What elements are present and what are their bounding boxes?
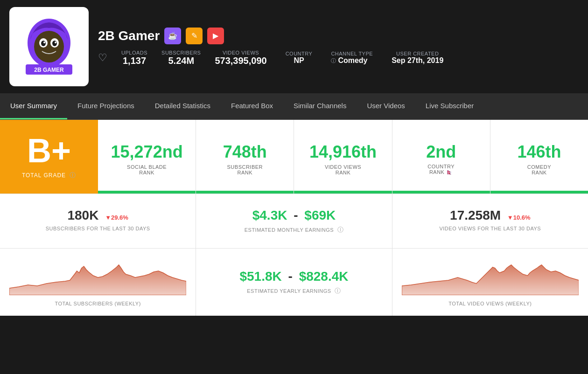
subscribers-chart-label: TOTAL SUBSCRIBERS (WEEKLY) xyxy=(9,301,186,306)
rank-country-value: 2nd xyxy=(426,143,456,161)
rank-bar-4 xyxy=(392,191,490,194)
rank-country-desc: COUNTRY RANK 🇳🇵 xyxy=(427,164,455,175)
video-views-chart-card: TOTAL VIDEO VIEWS (WEEKLY) xyxy=(392,249,588,316)
rank-bar-5 xyxy=(490,191,588,194)
navigation: User Summary Future Projections Detailed… xyxy=(0,93,588,120)
rank-comedy-value: 146th xyxy=(517,143,561,161)
subscribers-chart-card: TOTAL SUBSCRIBERS (WEEKLY) xyxy=(0,249,196,316)
rank-video-views-value: 14,916th xyxy=(309,143,377,161)
rank-social-blade: 15,272nd SOCIAL BLADE RANK xyxy=(98,120,196,194)
video-icon-btn[interactable]: ▶ xyxy=(207,28,224,44)
chart-cards-row: TOTAL SUBSCRIBERS (WEEKLY) $51.8K - $828… xyxy=(0,249,588,316)
rank-subscriber: 748th SUBSCRIBER RANK xyxy=(196,120,294,194)
video-views-30day-card: 17.258M ▼10.6% VIDEO VIEWS FOR THE LAST … xyxy=(392,194,588,248)
svg-point-7 xyxy=(43,42,45,43)
grade-letter: B+ xyxy=(27,134,71,167)
subscribers-30day-label: SUBSCRIBERS FOR THE LAST 30 DAYS xyxy=(9,226,186,231)
page-header: 2B GAMER 2B Gamer ☕ ✎ ▶ ♡ UPLOADS 1,137 … xyxy=(0,0,588,93)
user-created-meta: USER CREATED Sep 27th, 2019 xyxy=(392,51,443,65)
nav-detailed-statistics[interactable]: Detailed Statistics xyxy=(145,93,221,119)
channel-name: 2B Gamer xyxy=(98,28,160,43)
grade-help-icon[interactable]: ⓘ xyxy=(70,171,76,180)
rank-subscriber-value: 748th xyxy=(223,143,267,161)
monthly-earnings-card: $4.3K - $69K ESTIMATED MONTHLY EARNINGS … xyxy=(196,194,392,248)
nav-similar-channels[interactable]: Similar Channels xyxy=(283,93,357,119)
main-content: B+ TOTAL GRADE ⓘ 15,272nd SOCIAL BLADE R… xyxy=(0,120,588,316)
nav-user-summary[interactable]: User Summary xyxy=(0,93,67,119)
channel-meta: COUNTRY NP CHANNEL TYPE ⓘ Comedy USER CR… xyxy=(286,51,444,65)
rank-video-views-desc: VIDEO VIEWS RANK xyxy=(325,164,361,175)
channel-type-meta: CHANNEL TYPE ⓘ Comedy xyxy=(331,51,373,65)
svg-point-5 xyxy=(41,41,46,46)
video-views-30day-value: 17.258M ▼10.6% xyxy=(402,208,579,223)
rank-comedy: 146th COMEDY RANK xyxy=(490,120,588,194)
subscribers-change-badge: ▼29.6% xyxy=(105,214,128,221)
rank-video-views: 14,916th VIDEO VIEWS RANK xyxy=(294,120,392,194)
subscribers-30day-value: 180K ▼29.6% xyxy=(9,208,186,223)
channel-name-row: 2B Gamer ☕ ✎ ▶ xyxy=(98,28,579,44)
svg-point-2 xyxy=(34,31,64,62)
rank-country: 2nd COUNTRY RANK 🇳🇵 xyxy=(392,120,490,194)
rank-comedy-desc: COMEDY RANK xyxy=(527,164,551,175)
upload-icon-btn[interactable]: ☕ xyxy=(164,28,181,44)
video-views-30day-label: VIDEO VIEWS FOR THE LAST 30 DAYS xyxy=(402,226,579,231)
svg-point-8 xyxy=(55,42,56,43)
grade-box: B+ TOTAL GRADE ⓘ xyxy=(0,120,98,194)
subscribers-30day-card: 180K ▼29.6% SUBSCRIBERS FOR THE LAST 30 … xyxy=(0,194,196,248)
stats-row: ♡ UPLOADS 1,137 SUBSCRIBERS 5.24M VIDEO … xyxy=(98,50,579,66)
nav-live-subscriber[interactable]: Live Subscriber xyxy=(415,93,484,119)
earnings-help-icon[interactable]: ⓘ xyxy=(337,226,344,233)
monthly-earnings-label: ESTIMATED MONTHLY EARNINGS ⓘ xyxy=(205,226,382,234)
rank-bar-2 xyxy=(196,191,294,194)
heart-icon[interactable]: ♡ xyxy=(98,52,107,64)
chart-icon-btn[interactable]: ✎ xyxy=(186,28,203,44)
yearly-help-icon[interactable]: ⓘ xyxy=(335,287,341,294)
yearly-earnings-card: $51.8K - $828.4K ESTIMATED YEARLY EARNIN… xyxy=(196,249,392,316)
video-views-chart-label: TOTAL VIDEO VIEWS (WEEKLY) xyxy=(402,301,579,306)
rank-bar-1 xyxy=(98,191,196,194)
subscribers-chart xyxy=(9,258,186,295)
video-views-stat: VIDEO VIEWS 573,395,090 xyxy=(215,50,266,66)
yearly-earnings-value: $51.8K - $828.4K xyxy=(239,269,348,284)
video-views-chart xyxy=(402,258,579,295)
nav-future-projections[interactable]: Future Projections xyxy=(67,93,145,119)
nav-user-videos[interactable]: User Videos xyxy=(357,93,415,119)
rank-subscriber-desc: SUBSCRIBER RANK xyxy=(227,164,263,175)
channel-info: 2B Gamer ☕ ✎ ▶ ♡ UPLOADS 1,137 SUBSCRIBE… xyxy=(98,28,579,66)
avatar: 2B GAMER xyxy=(9,7,89,86)
svg-text:2B GAMER: 2B GAMER xyxy=(34,67,64,73)
grade-label: TOTAL GRADE ⓘ xyxy=(22,171,76,180)
rank-social-blade-desc: SOCIAL BLADE RANK xyxy=(127,164,167,175)
uploads-stat: UPLOADS 1,137 xyxy=(121,50,147,66)
rank-bar-3 xyxy=(294,191,392,194)
country-meta: COUNTRY NP xyxy=(286,51,313,65)
ranks-row: B+ TOTAL GRADE ⓘ 15,272nd SOCIAL BLADE R… xyxy=(0,120,588,194)
monthly-earnings-value: $4.3K - $69K xyxy=(205,208,382,223)
rank-social-blade-value: 15,272nd xyxy=(111,143,183,161)
video-views-change-badge: ▼10.6% xyxy=(507,214,531,221)
nav-featured-box[interactable]: Featured Box xyxy=(221,93,283,119)
yearly-earnings-label: ESTIMATED YEARLY EARNINGS ⓘ xyxy=(247,287,341,295)
svg-point-6 xyxy=(52,41,57,46)
subscribers-stat: SUBSCRIBERS 5.24M xyxy=(161,50,201,66)
stats-cards: 180K ▼29.6% SUBSCRIBERS FOR THE LAST 30 … xyxy=(0,194,588,249)
